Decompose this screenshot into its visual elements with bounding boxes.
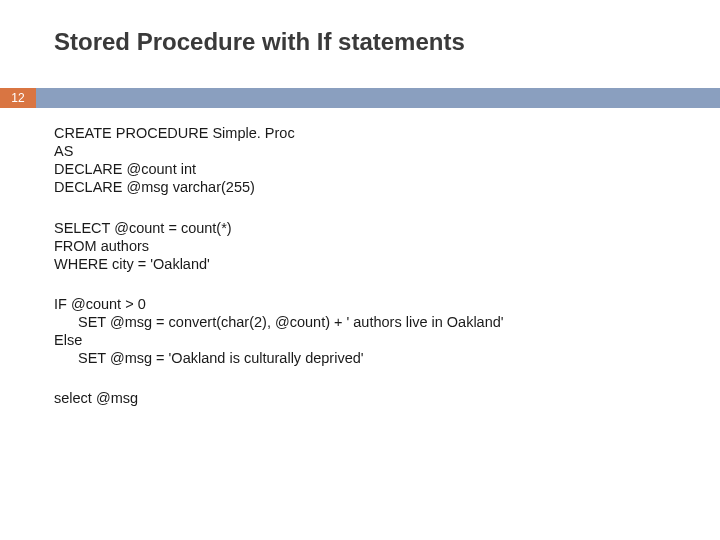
- code-line: FROM authors: [54, 237, 680, 255]
- code-block-1: CREATE PROCEDURE Simple. Proc AS DECLARE…: [54, 124, 680, 197]
- code-block-4: select @msg: [54, 389, 680, 407]
- code-line: CREATE PROCEDURE Simple. Proc: [54, 124, 680, 142]
- code-line: DECLARE @count int: [54, 160, 680, 178]
- code-line: Else: [54, 331, 680, 349]
- code-line: AS: [54, 142, 680, 160]
- code-line: SELECT @count = count(*): [54, 219, 680, 237]
- code-line: DECLARE @msg varchar(255): [54, 178, 680, 196]
- code-content: CREATE PROCEDURE Simple. Proc AS DECLARE…: [54, 124, 680, 430]
- header-band: 12: [0, 88, 720, 108]
- code-line: WHERE city = 'Oakland': [54, 255, 680, 273]
- code-block-2: SELECT @count = count(*) FROM authors WH…: [54, 219, 680, 273]
- header-band-fill: [36, 88, 720, 108]
- code-line: select @msg: [54, 389, 680, 407]
- code-block-3: IF @count > 0 SET @msg = convert(char(2)…: [54, 295, 680, 368]
- code-line: IF @count > 0: [54, 295, 680, 313]
- slide-title: Stored Procedure with If statements: [54, 28, 465, 56]
- code-line: SET @msg = 'Oakland is culturally depriv…: [54, 349, 680, 367]
- page-number-badge: 12: [0, 88, 36, 108]
- code-line: SET @msg = convert(char(2), @count) + ' …: [54, 313, 680, 331]
